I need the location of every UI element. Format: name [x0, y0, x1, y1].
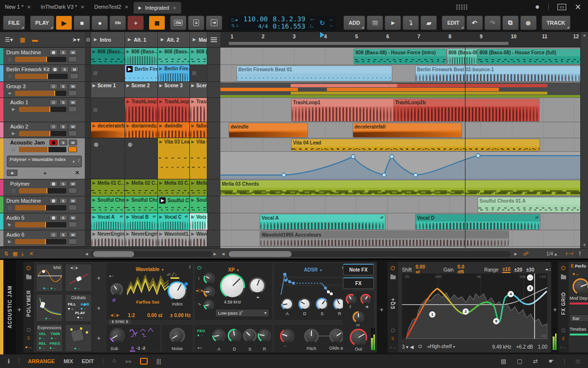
undo-button[interactable]: ↶ — [466, 16, 483, 30]
add-menu-button[interactable]: ADD — [343, 16, 366, 30]
launcher-clip[interactable]: ▶dwindle — [158, 122, 190, 138]
arranger-track-lane[interactable]: Mella 03 Chords — [220, 180, 580, 196]
play-menu-button[interactable]: PLAY — [30, 16, 54, 30]
virtual-keyboard-icon[interactable]: 𝄙 — [575, 358, 580, 365]
noise-level-knob[interactable] — [170, 328, 185, 343]
volume-slider[interactable] — [15, 205, 66, 210]
show-launcher-icon[interactable]: ▦ — [20, 36, 25, 43]
solo-button[interactable]: S — [59, 232, 67, 238]
close-window-icon[interactable]: ✕ — [575, 2, 581, 12]
track-row[interactable]: Drum MachineSM𝄙 — [0, 196, 85, 213]
env-sustain-knob[interactable] — [316, 298, 328, 310]
mod-out-icon[interactable]: ○→ — [390, 345, 396, 350]
stop-clips-icon[interactable]: ✕ — [29, 251, 33, 257]
delete-button[interactable]: ⊗ — [520, 16, 537, 30]
eq-band-type-select[interactable]: ⪡High-shelf ▾ — [427, 344, 455, 350]
clip-stop-column[interactable] — [85, 82, 91, 97]
track-row[interactable]: Audio 1SM▶ — [0, 98, 85, 122]
launcher-clip[interactable]: ▶Trash — [190, 98, 207, 122]
filter-mode-select[interactable]: Low-pass 2˚▾ — [215, 309, 269, 317]
launcher-clip[interactable]: ▶Mella 03 C… — [158, 179, 190, 196]
automation-star-button[interactable]: ★ — [7, 170, 17, 176]
device-chain-track-label[interactable]: ACOUSTIC JAM — [3, 260, 16, 354]
close-tab-icon[interactable]: ✕ — [172, 5, 176, 11]
grid-size-value[interactable]: 1/4 ▴ — [546, 251, 557, 257]
scroll-down-icon[interactable]: ▼ — [581, 243, 588, 247]
clip-stop-slot[interactable] — [91, 138, 125, 179]
solo-button[interactable]: S — [59, 124, 67, 129]
launcher-clip[interactable]: ▶808 (Bass-… — [91, 48, 125, 64]
empty-clip-slot[interactable] — [91, 65, 125, 81]
osc-ratio-value[interactable]: 1:2 — [128, 313, 135, 318]
record-button[interactable]: ● — [92, 16, 108, 30]
track-row[interactable]: Drum MachineSM𝄙 — [0, 48, 85, 65]
add-lane-icon[interactable]: + — [41, 170, 49, 176]
spread-knob[interactable] — [353, 311, 364, 323]
osc-pitch-knob[interactable] — [110, 283, 123, 296]
filter-resonance-knob[interactable] — [249, 277, 265, 294]
eq-band-q-value[interactable]: 1.00 — [538, 344, 547, 350]
solo-button[interactable]: S — [59, 198, 67, 204]
feg-attack-knob[interactable] — [212, 329, 226, 342]
add-instrument-track-icon[interactable]: 𝄙 — [367, 16, 383, 30]
arranger-track-lane[interactable]: 808 (Bass-08) - House Force (intro)808 (… — [220, 48, 580, 65]
env-display[interactable] — [279, 272, 347, 296]
device-preset-icon[interactable] — [26, 275, 31, 279]
eq-band-handle[interactable]: 4 — [508, 291, 514, 297]
add-device-icon[interactable]: + — [17, 306, 21, 313]
scene-actions-column[interactable] — [207, 32, 220, 47]
device-power-icon[interactable]: ⏻ — [561, 265, 566, 272]
track-menu-button[interactable] — [68, 146, 77, 152]
launcher-clip[interactable]: ▶dorianredu… — [125, 122, 158, 138]
group-scene-cell[interactable]: ▶Scene 2 — [125, 82, 158, 97]
launcher-clip[interactable]: ▶Wavo — [190, 230, 207, 246]
arranger-clip[interactable]: Wavoloid1955 Acccolours — [260, 231, 509, 246]
wavetable-name[interactable]: Farfisa Sax — [127, 300, 169, 304]
volume-slider[interactable] — [15, 239, 66, 244]
arranger-clip[interactable]: 808 (Bass-08) - House Force (full) — [478, 49, 580, 64]
arranger-track-lane[interactable] — [220, 82, 580, 98]
launcher-clip[interactable]: ▶Vocal A⇄ — [91, 213, 125, 230]
mod-out-icon[interactable]: ●→ — [25, 345, 32, 350]
launcher-clip[interactable]: ▶TrashLoop2b — [158, 98, 190, 122]
modulators-icon[interactable]: ⠿ — [391, 336, 395, 341]
track-name[interactable]: Drum Machine — [6, 198, 48, 204]
filter-type-value[interactable]: XP — [228, 267, 234, 272]
arranger-scrollbar[interactable] — [228, 251, 511, 257]
inspector-panel-icon[interactable]: ▢ — [517, 358, 522, 365]
mute-button[interactable]: M — [69, 124, 77, 129]
mute-button[interactable]: M — [69, 140, 77, 145]
volume-slider[interactable] — [15, 57, 66, 62]
track-row[interactable]: Berlin Firework KitSM𝄙 — [0, 65, 85, 82]
track-row[interactable]: Acoustic JamSM𝄙Polymer » Wavetable Index… — [0, 138, 85, 179]
track-name[interactable]: Berlin Firework Kit — [6, 66, 49, 72]
launcher-clip[interactable]: ▶Mella — [190, 179, 207, 196]
vertical-scrollbar[interactable]: ▲ ▼ — [580, 32, 588, 248]
arm-button[interactable] — [49, 124, 58, 129]
mod-random-dice[interactable]: ●→ — [65, 324, 92, 352]
modulators-icon[interactable]: ⠿ — [27, 336, 31, 341]
device-preset-icon[interactable] — [561, 275, 566, 279]
timeline-ruler[interactable]: 123456789101112 — [220, 32, 588, 48]
track-menu-button[interactable] — [68, 222, 77, 227]
volume-slider[interactable] — [15, 222, 66, 227]
scene-header[interactable]: ▶Main — [190, 32, 207, 47]
duplicate-button[interactable]: ⧉ — [502, 16, 519, 30]
vel-volume-knob[interactable] — [360, 294, 371, 304]
row-actions-column[interactable] — [207, 138, 220, 179]
sub-octave-2[interactable]: -2 — [141, 346, 145, 351]
filter-cutoff-knob[interactable] — [220, 273, 245, 299]
arm-button[interactable] — [49, 83, 58, 89]
mod-globals[interactable]: Globals FILL●→ A◆B●→ PLAY●→ — [65, 294, 92, 322]
eq-range-10[interactable]: ±10 — [502, 267, 511, 273]
solo-button[interactable]: S — [61, 66, 69, 72]
modulators-icon[interactable]: ⠿ — [562, 336, 565, 341]
arm-button[interactable] — [51, 66, 59, 72]
eq-band-handle[interactable]: 1 — [429, 311, 435, 318]
mute-button[interactable]: M — [69, 198, 77, 204]
arranger-clip[interactable]: Soulful Chords 01 A — [478, 197, 580, 212]
launcher-clip[interactable]: ▶fallon — [190, 122, 207, 138]
clip-stop-column[interactable] — [85, 138, 91, 179]
close-tab-icon[interactable]: ✕ — [80, 4, 84, 10]
arranger-clip[interactable]: Mella 03 Chords — [220, 180, 580, 195]
